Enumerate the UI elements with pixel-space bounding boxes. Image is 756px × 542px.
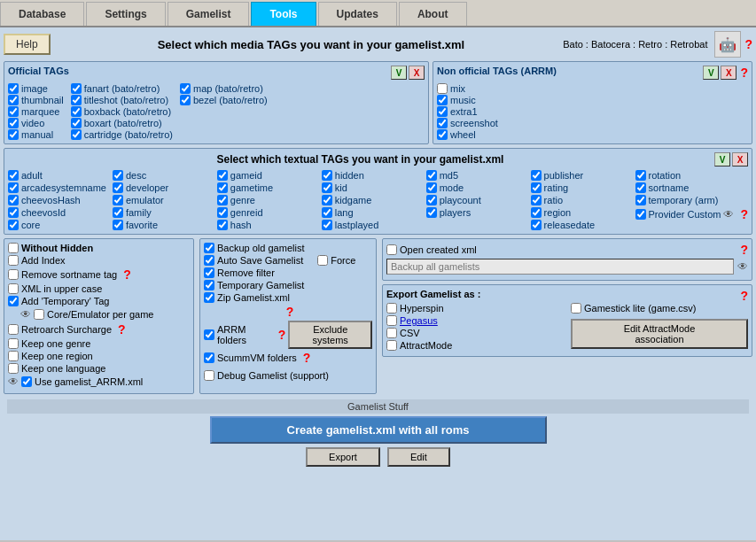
textual-tags-x-button[interactable]: X: [732, 152, 748, 166]
opt-force-checkbox[interactable]: [317, 255, 328, 266]
retroarch-help-icon[interactable]: ?: [118, 322, 126, 337]
opt-remove-filter-checkbox[interactable]: [204, 267, 214, 278]
tag-hash-checkbox[interactable]: [217, 220, 228, 230]
tag-adult-checkbox[interactable]: [8, 170, 19, 181]
help-question-icon[interactable]: ?: [744, 37, 752, 51]
tag-cheevoshash-checkbox[interactable]: [8, 195, 19, 205]
backup-eye-icon[interactable]: 👁: [737, 260, 748, 273]
tag-developer-checkbox[interactable]: [113, 182, 123, 193]
tag-thumbnail-checkbox[interactable]: [8, 95, 19, 105]
edit-attractmode-button[interactable]: Edit AttractMode association: [571, 319, 748, 349]
opt-remove-sortname-checkbox[interactable]: [8, 269, 19, 280]
opt-backup-gamelist-checkbox[interactable]: [204, 243, 214, 253]
opt-keep-language-checkbox[interactable]: [8, 363, 19, 374]
tag-playcount-checkbox[interactable]: [426, 195, 437, 205]
tag-emulator-checkbox[interactable]: [113, 195, 123, 205]
export-csv-checkbox[interactable]: [386, 328, 397, 338]
opt-debug-gamelist-checkbox[interactable]: [204, 370, 214, 381]
open-xml-question-icon[interactable]: ?: [740, 243, 748, 257]
opt-xml-upper-checkbox[interactable]: [8, 283, 19, 294]
export-attractmode-checkbox[interactable]: [386, 340, 397, 351]
tag-music-checkbox[interactable]: [437, 95, 448, 105]
tag-desc-checkbox[interactable]: [113, 170, 123, 181]
tag-rotation-checkbox[interactable]: [635, 170, 646, 181]
tag-bezel-checkbox[interactable]: [180, 95, 191, 105]
textual-question-icon[interactable]: ?: [740, 207, 748, 221]
tag-releasedate-checkbox[interactable]: [531, 220, 542, 230]
tag-map-checkbox[interactable]: [180, 83, 191, 94]
backup-input[interactable]: [386, 259, 734, 275]
opt-keep-genre-checkbox[interactable]: [8, 338, 19, 349]
create-gamelist-button[interactable]: Create gamelist.xml with all roms: [210, 416, 547, 444]
non-official-question-icon[interactable]: ?: [740, 66, 748, 80]
tag-temporary-arm-checkbox[interactable]: [635, 195, 646, 205]
tag-wheel-checkbox[interactable]: [437, 129, 448, 140]
core-emulator-eye-icon[interactable]: 👁: [20, 308, 31, 321]
opt-temporary-gamelist-checkbox[interactable]: [204, 280, 214, 290]
tag-provider-custom-checkbox[interactable]: [635, 209, 646, 220]
tag-md5-checkbox[interactable]: [426, 170, 437, 181]
tag-cartridge-checkbox[interactable]: [71, 129, 82, 140]
tag-family-checkbox[interactable]: [113, 207, 123, 218]
tag-kid-checkbox[interactable]: [322, 182, 332, 193]
tag-rating-checkbox[interactable]: [531, 182, 542, 193]
tag-gameid-checkbox[interactable]: [217, 170, 228, 181]
opt-without-hidden-checkbox[interactable]: [8, 243, 19, 253]
tab-updates[interactable]: Updates: [318, 2, 397, 26]
tag-sortname-checkbox[interactable]: [635, 182, 646, 193]
export-button[interactable]: Export: [306, 447, 380, 467]
tag-manual-checkbox[interactable]: [8, 129, 19, 140]
remove-sortname-help-icon[interactable]: ?: [123, 267, 131, 282]
tag-fanart-checkbox[interactable]: [71, 83, 82, 94]
tab-gamelist[interactable]: Gamelist: [168, 2, 250, 26]
textual-tags-v-button[interactable]: V: [714, 152, 730, 166]
tag-genreid-checkbox[interactable]: [217, 207, 228, 218]
tag-titleshot-checkbox[interactable]: [71, 95, 82, 105]
edit-button[interactable]: Edit: [387, 447, 450, 467]
tag-extra1-checkbox[interactable]: [437, 106, 448, 117]
opt-core-emulator-checkbox[interactable]: [34, 309, 44, 320]
opt-keep-region-checkbox[interactable]: [8, 351, 19, 361]
tag-players-checkbox[interactable]: [426, 207, 437, 218]
official-tags-x-button[interactable]: X: [409, 66, 425, 80]
tag-gametime-checkbox[interactable]: [217, 182, 228, 193]
opt-add-index-checkbox[interactable]: [8, 255, 19, 266]
opt-auto-save-checkbox[interactable]: [204, 255, 214, 266]
tab-tools[interactable]: Tools: [251, 2, 316, 26]
opt-add-temporary-checkbox[interactable]: [8, 296, 19, 306]
opt-use-gamelist-arrm-checkbox[interactable]: [21, 376, 32, 387]
tag-genre-checkbox[interactable]: [217, 195, 228, 205]
export-hyperspin-checkbox[interactable]: [386, 303, 397, 314]
provider-custom-eye-icon[interactable]: 👁: [723, 208, 734, 221]
export-pegasus-checkbox[interactable]: [386, 315, 397, 326]
tag-favorite-checkbox[interactable]: [113, 220, 123, 230]
tag-region-checkbox[interactable]: [531, 207, 542, 218]
exclude-systems-button[interactable]: Exclude systems: [288, 321, 372, 349]
tag-boxart-checkbox[interactable]: [71, 118, 82, 128]
tag-ratio-checkbox[interactable]: [531, 195, 542, 205]
opt-scummvm-checkbox[interactable]: [204, 352, 214, 363]
tab-about[interactable]: About: [399, 2, 467, 26]
opt-retroarch-checkbox[interactable]: [8, 324, 19, 335]
tag-arcadesystemname-checkbox[interactable]: [8, 182, 19, 193]
opt-arrm-folders-checkbox[interactable]: [204, 329, 214, 340]
tag-mode-checkbox[interactable]: [426, 182, 437, 193]
tag-core-checkbox[interactable]: [8, 220, 19, 230]
tag-lastplayed-checkbox[interactable]: [322, 220, 332, 230]
help-button[interactable]: Help: [4, 34, 51, 55]
arrm-folders-help-icon[interactable]: ?: [278, 328, 286, 342]
export-gamestick-checkbox[interactable]: [571, 303, 581, 314]
export-question-icon[interactable]: ?: [740, 289, 748, 303]
official-tags-v-button[interactable]: V: [391, 66, 407, 80]
zip-question-icon[interactable]: ?: [286, 305, 294, 319]
tag-lang-checkbox[interactable]: [322, 207, 332, 218]
tab-database[interactable]: Database: [0, 2, 84, 26]
tag-screenshot-checkbox[interactable]: [437, 118, 448, 128]
tag-publisher-checkbox[interactable]: [531, 170, 542, 181]
tag-cheevosid-checkbox[interactable]: [8, 207, 19, 218]
scummvm-help-icon[interactable]: ?: [303, 351, 311, 365]
gamelist-arrm-eye-icon[interactable]: 👁: [8, 376, 19, 388]
tag-marquee-checkbox[interactable]: [8, 106, 19, 117]
tag-boxback-checkbox[interactable]: [71, 106, 82, 117]
opt-zip-gamelist-checkbox[interactable]: [204, 292, 214, 303]
